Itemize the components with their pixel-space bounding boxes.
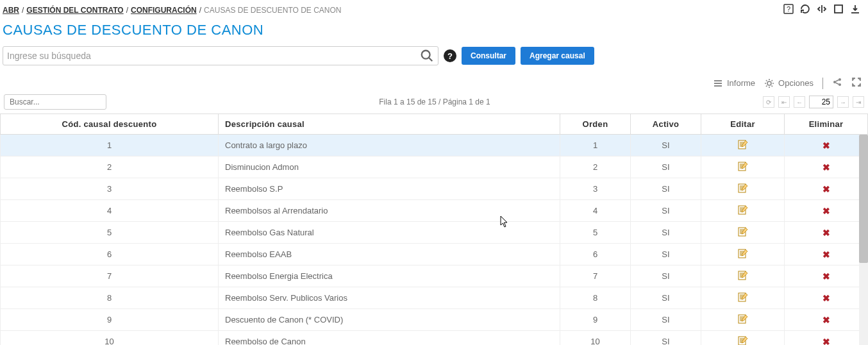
edit-icon[interactable] (738, 335, 748, 345)
page-size-input[interactable] (809, 96, 833, 108)
table-row[interactable]: 3Reembolso S.P3SI✖ (1, 178, 868, 200)
pager-refresh-icon[interactable]: ⟳ (763, 96, 774, 108)
svg-point-10 (767, 81, 771, 85)
edit-icon[interactable] (738, 314, 748, 324)
svg-rect-7 (714, 80, 722, 81)
delete-icon[interactable]: ✖ (822, 162, 830, 172)
pager-first-icon[interactable]: ⇤ (778, 96, 790, 108)
cell-orden: 8 (560, 287, 631, 309)
help-icon[interactable]: ? (444, 49, 456, 62)
cell-activo: SI (631, 309, 701, 331)
edit-icon[interactable] (738, 183, 748, 193)
expand-icon[interactable] (833, 4, 844, 17)
svg-text:?: ? (787, 5, 790, 13)
table-row[interactable]: 6Reembolso EAAB6SI✖ (1, 244, 868, 265)
svg-point-5 (422, 51, 430, 59)
cell-activo: SI (631, 156, 701, 178)
refresh-icon[interactable] (800, 4, 810, 17)
cell-desc: Reembolso Serv. Publicos Varios (219, 287, 560, 309)
cell-desc: Reembolso Energia Electrica (219, 265, 560, 287)
edit-icon[interactable] (738, 248, 748, 258)
svg-line-6 (429, 58, 433, 62)
delete-icon[interactable]: ✖ (822, 184, 830, 194)
cell-cod: 5 (1, 222, 219, 244)
delete-icon[interactable]: ✖ (822, 315, 830, 325)
col-orden[interactable]: Orden (560, 114, 631, 135)
search-wrap (3, 46, 438, 65)
search-icon[interactable] (420, 49, 434, 63)
cell-cod: 1 (1, 135, 219, 156)
delete-icon[interactable]: ✖ (822, 249, 830, 260)
cell-activo: SI (631, 265, 701, 287)
cell-cod: 2 (1, 156, 219, 178)
scrollbar[interactable] (859, 135, 868, 345)
table-row[interactable]: 4Reembolsos al Arrendatario4SI✖ (1, 200, 868, 222)
edit-icon[interactable] (738, 161, 748, 171)
cell-desc: Reembolsos al Arrendatario (219, 200, 560, 222)
table-row[interactable]: 7Reembolso Energia Electrica7SI✖ (1, 265, 868, 287)
consultar-button[interactable]: Consultar (462, 47, 515, 65)
delete-icon[interactable]: ✖ (822, 228, 830, 238)
edit-icon[interactable] (738, 205, 748, 215)
grid-info: Fila 1 a 15 de 15 / Página 1 de 1 (106, 97, 763, 106)
edit-icon[interactable] (738, 139, 748, 149)
cell-cod: 4 (1, 200, 219, 222)
help-square-icon[interactable]: ? (783, 4, 794, 17)
agregar-causal-button[interactable]: Agregar causal (521, 47, 594, 65)
delete-icon[interactable]: ✖ (822, 293, 830, 303)
delete-icon[interactable]: ✖ (822, 206, 830, 216)
col-eliminar[interactable]: Eliminar (785, 114, 868, 135)
delete-icon[interactable]: ✖ (822, 140, 830, 151)
edit-icon[interactable] (738, 226, 748, 237)
pager-next-icon[interactable]: → (837, 96, 849, 108)
delete-icon[interactable]: ✖ (822, 337, 830, 346)
cell-desc: Reembolso EAAB (219, 244, 560, 265)
cell-orden: 1 (560, 135, 631, 156)
opciones-button[interactable]: Opciones (764, 78, 814, 88)
pager-prev-icon[interactable]: ← (794, 96, 805, 108)
cell-orden: 5 (560, 222, 631, 244)
table-row[interactable]: 5Reembolso Gas Natural5SI✖ (1, 222, 868, 244)
col-activo[interactable]: Activo (631, 114, 701, 135)
cell-cod: 7 (1, 265, 219, 287)
cell-cod: 10 (1, 331, 219, 346)
table-row[interactable]: 10Reembolso de Canon10SI✖ (1, 331, 868, 346)
cell-desc: Disminucion Admon (219, 156, 560, 178)
cell-orden: 9 (560, 309, 631, 331)
col-editar[interactable]: Editar (701, 114, 785, 135)
table-row[interactable]: 9Descuento de Canon (* COVID)9SI✖ (1, 309, 868, 331)
cell-desc: Reembolso de Canon (219, 331, 560, 346)
col-desc[interactable]: Descripción causal (219, 114, 560, 135)
cell-cod: 8 (1, 287, 219, 309)
share-icon[interactable] (832, 77, 842, 89)
search-input[interactable] (7, 51, 420, 61)
pager-last-icon[interactable]: ⇥ (853, 96, 864, 108)
cell-activo: SI (631, 200, 701, 222)
svg-point-12 (839, 78, 841, 81)
edit-icon[interactable] (738, 270, 748, 280)
cell-cod: 9 (1, 309, 219, 331)
cell-activo: SI (631, 331, 701, 346)
delete-icon[interactable]: ✖ (822, 271, 830, 282)
cell-activo: SI (631, 135, 701, 156)
split-icon[interactable] (817, 4, 827, 17)
edit-icon[interactable] (738, 292, 748, 302)
table-row[interactable]: 1Contrato a largo plazo1SI✖ (1, 135, 868, 156)
grid-search-input[interactable] (4, 94, 106, 110)
cell-activo: SI (631, 178, 701, 200)
informe-button[interactable]: Informe (713, 78, 755, 88)
breadcrumb-link-config[interactable]: CONFIGURACIÓN (131, 6, 197, 15)
download-icon[interactable] (850, 4, 860, 17)
cell-desc: Contrato a largo plazo (219, 135, 560, 156)
col-cod[interactable]: Cód. causal descuento (1, 114, 219, 135)
fullscreen-icon[interactable] (851, 77, 862, 89)
table-row[interactable]: 8Reembolso Serv. Publicos Varios8SI✖ (1, 287, 868, 309)
table-row[interactable]: 2Disminucion Admon2SI✖ (1, 156, 868, 178)
breadcrumb-link-gestion[interactable]: GESTIÓN DEL CONTRATO (26, 6, 123, 15)
cell-orden: 6 (560, 244, 631, 265)
breadcrumb-link-abr[interactable]: ABR (3, 6, 19, 15)
grid-toolbar: Informe Opciones (0, 71, 868, 92)
breadcrumb-current: CAUSAS DE DESCUENTO DE CANON (204, 6, 341, 15)
cell-orden: 7 (560, 265, 631, 287)
breadcrumb: ABR / GESTIÓN DEL CONTRATO / CONFIGURACI… (0, 0, 868, 19)
